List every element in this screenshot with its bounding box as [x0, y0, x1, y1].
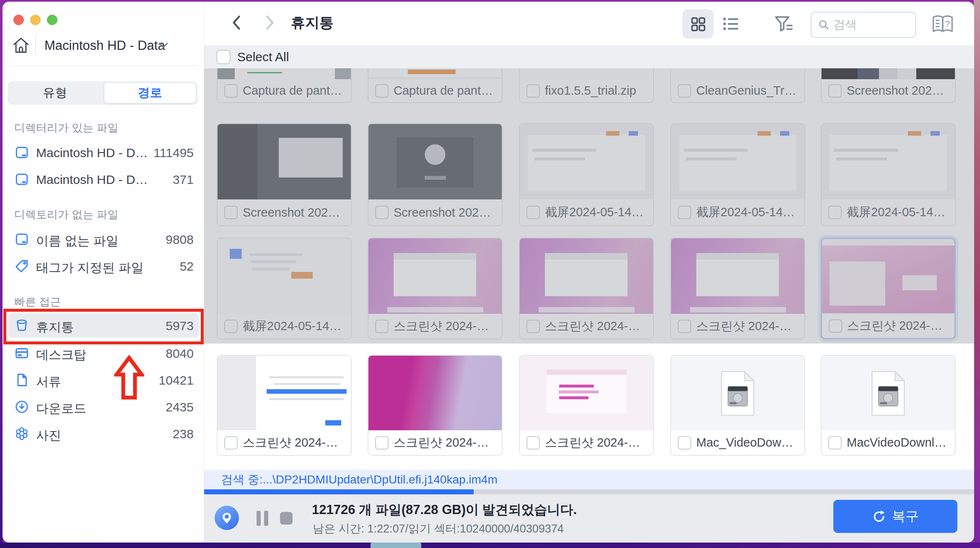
select-all-label: Select All: [237, 50, 289, 64]
sidebar-item-label: 이름 없는 파일: [36, 233, 119, 250]
file-checkbox[interactable]: [375, 436, 389, 450]
desktop-icon: [14, 346, 29, 361]
sidebar-item-count: 111495: [153, 146, 194, 160]
tab-path[interactable]: 경로: [103, 81, 198, 105]
time-remaining-text: 남은 시간: 1:22:07/읽기 섹터:10240000/40309374: [313, 521, 564, 536]
search-input[interactable]: [833, 18, 900, 31]
file-label-row: 스크린샷 2024-05-2...: [218, 430, 351, 455]
sidebar-item-label: Macintosh HD - Data(...: [36, 173, 149, 187]
recover-button-label: 복구: [892, 507, 919, 526]
scanning-fade-overlay: [204, 68, 974, 344]
drive-selector-row: Macintosh HD - Data: [3, 35, 204, 56]
file-tile[interactable]: MacVideoDownloa...: [821, 355, 956, 456]
pause-button[interactable]: [256, 511, 270, 526]
dock-peek: [371, 543, 421, 548]
scan-path-text: 검색 중:...\DP2HDMIUpdater\DpUtil.efi.j140k…: [221, 472, 498, 488]
file-tile[interactable]: 스크린샷 2024-05-2...: [519, 355, 654, 456]
divider: [35, 35, 36, 54]
annotation-up-arrow: [114, 355, 144, 400]
grid-view-button[interactable]: [682, 9, 713, 39]
file-tile[interactable]: 스크린샷 2024-05-2...: [217, 355, 352, 456]
svg-text:?: ?: [945, 19, 950, 28]
scanning-indicator-icon: [215, 506, 239, 530]
back-button[interactable]: [228, 13, 246, 33]
drive-icon: [14, 232, 29, 247]
drive-selector-label[interactable]: Macintosh HD - Data: [44, 38, 165, 53]
sidebar-item-label: 사진: [36, 427, 61, 444]
zoom-window-button[interactable]: [47, 15, 57, 25]
stop-button[interactable]: [280, 512, 293, 525]
file-label-row: Mac_VideoDownlo...: [671, 430, 804, 455]
file-label-row: MacVideoDownloa...: [822, 430, 955, 455]
sidebar-item-photos[interactable]: 사진238: [8, 421, 199, 446]
sidebar-item-label: 데스크탑: [36, 346, 86, 364]
files-found-text: 121726 개 파일(87.28 GB)이 발견되었습니다.: [312, 501, 577, 519]
tab-type[interactable]: 유형: [8, 81, 103, 105]
annotation-highlight-box: [3, 309, 204, 344]
sidebar-item-label: Macintosh HD - Da...: [36, 146, 149, 160]
file-label-row: 스크린샷 2024-05-2...: [368, 430, 502, 455]
scan-status-strip: 검색 중:...\DP2HDMIUpdater\DpUtil.efi.j140k…: [204, 470, 974, 489]
page-title: 휴지통: [291, 13, 334, 33]
sidebar-item-count: 371: [173, 173, 194, 187]
sidebar-section-title: 디렉터리가 있는 파일: [14, 121, 118, 135]
file-name: 스크린샷 2024-05-2...: [394, 434, 494, 451]
file-thumbnail: [368, 356, 502, 431]
sidebar-item-count: 9808: [166, 233, 194, 247]
file-checkbox[interactable]: [224, 436, 238, 450]
photos-icon: [14, 426, 29, 441]
sidebar-item-desktop[interactable]: 데스크탑8040: [8, 341, 199, 365]
sidebar-item-label: 서류: [36, 373, 61, 390]
file-thumbnail: [218, 356, 351, 431]
sidebar-item-count: 238: [173, 427, 194, 441]
help-manual-icon[interactable]: ?: [930, 12, 956, 37]
file-name: MacVideoDownloa...: [847, 436, 947, 450]
filter-icon[interactable]: [773, 13, 795, 35]
sidebar-item-documents[interactable]: 서류10421: [8, 368, 199, 392]
file-thumbnail: [520, 356, 653, 431]
close-window-button[interactable]: [13, 15, 24, 25]
file-name: 스크린샷 2024-05-2...: [243, 434, 343, 451]
list-view-button[interactable]: [720, 13, 742, 34]
file-tile[interactable]: 스크린샷 2024-05-2...: [368, 355, 503, 456]
scan-progress-fill: [204, 489, 474, 494]
sidebar-item-label: 다운로드: [36, 400, 86, 417]
file-checkbox[interactable]: [526, 436, 540, 450]
divider: [9, 66, 198, 66]
recover-button[interactable]: 복구: [833, 500, 957, 533]
file-thumbnail: [822, 356, 955, 431]
desktop-edge-bottom: [0, 543, 980, 548]
home-icon[interactable]: [12, 36, 30, 54]
sidebar: Macintosh HD - Data 유형 경로 디렉터리가 있는 파일Mac…: [3, 2, 204, 543]
download-icon: [14, 399, 29, 414]
drive-icon: [14, 172, 29, 187]
app-window: Macintosh HD - Data 유형 경로 디렉터리가 있는 파일Mac…: [3, 2, 974, 543]
sidebar-item-macintosh-hd-data-2[interactable]: Macintosh HD - Data(...371: [8, 167, 199, 191]
sidebar-item-count: 10421: [159, 373, 194, 388]
screen: { "colors": { "accent": "#3478f6", "anno…: [0, 0, 980, 548]
sidebar-item-unnamed-files[interactable]: 이름 없는 파일9808: [8, 227, 199, 251]
drive-icon: [14, 145, 29, 160]
sidebar-section-title: 디렉토리가 없는 파일: [14, 207, 118, 222]
sidebar-item-count: 52: [180, 259, 194, 274]
document-icon: [14, 372, 29, 388]
file-tile[interactable]: Mac_VideoDownlo...: [670, 355, 805, 456]
sidebar-item-macintosh-hd-data[interactable]: Macintosh HD - Da...111495: [8, 140, 199, 165]
chevron-down-icon[interactable]: [158, 42, 169, 49]
file-checkbox[interactable]: [828, 436, 842, 450]
file-thumbnail: [671, 356, 804, 431]
sidebar-section-title: 빠른 접근: [14, 295, 61, 309]
sidebar-item-tagged-files[interactable]: 태그가 지정된 파일52: [8, 254, 199, 278]
select-all-checkbox[interactable]: [216, 50, 231, 64]
minimize-window-button[interactable]: [30, 15, 41, 25]
recover-refresh-icon: [872, 509, 886, 524]
file-name: Mac_VideoDownlo...: [696, 436, 797, 450]
main-header: 휴지통 ?: [204, 2, 974, 45]
sidebar-item-downloads[interactable]: 다운로드2435: [8, 395, 199, 419]
sidebar-item-count: 8040: [166, 346, 194, 361]
tag-icon: [14, 258, 29, 274]
file-checkbox[interactable]: [678, 436, 691, 450]
sidebar-item-count: 2435: [166, 400, 194, 414]
forward-button[interactable]: [260, 13, 279, 33]
type-path-tabs: 유형 경로: [8, 81, 197, 105]
